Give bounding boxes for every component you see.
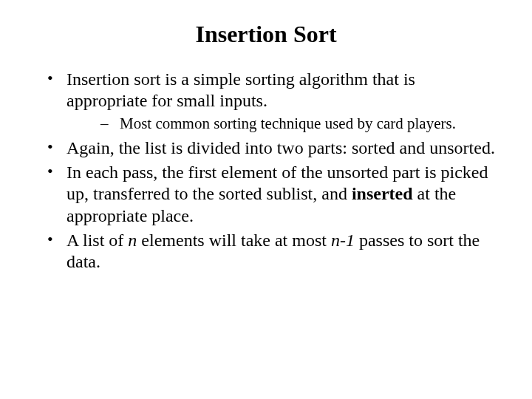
bullet-italic: n-1 bbox=[331, 231, 355, 250]
bullet-list: Insertion sort is a simple sorting algor… bbox=[37, 69, 495, 273]
bullet-text: Insertion sort is a simple sorting algor… bbox=[66, 69, 415, 110]
bullet-text: elements will take at most bbox=[137, 231, 331, 250]
bullet-italic: n bbox=[128, 231, 137, 250]
bullet-text: Again, the list is divided into two part… bbox=[66, 138, 495, 157]
bullet-text: A list of bbox=[66, 231, 128, 250]
slide-title: Insertion Sort bbox=[37, 21, 495, 48]
sub-bullet-list: Most common sorting technique used by ca… bbox=[66, 114, 495, 133]
bullet-item: Again, the list is divided into two part… bbox=[37, 137, 495, 159]
sub-bullet-item: Most common sorting technique used by ca… bbox=[66, 114, 495, 133]
bullet-item: In each pass, the first element of the u… bbox=[37, 162, 495, 227]
bullet-bold: inserted bbox=[352, 184, 413, 203]
sub-bullet-text: Most common sorting technique used by ca… bbox=[120, 115, 456, 132]
bullet-item: Insertion sort is a simple sorting algor… bbox=[37, 69, 495, 133]
bullet-item: A list of n elements will take at most n… bbox=[37, 230, 495, 273]
